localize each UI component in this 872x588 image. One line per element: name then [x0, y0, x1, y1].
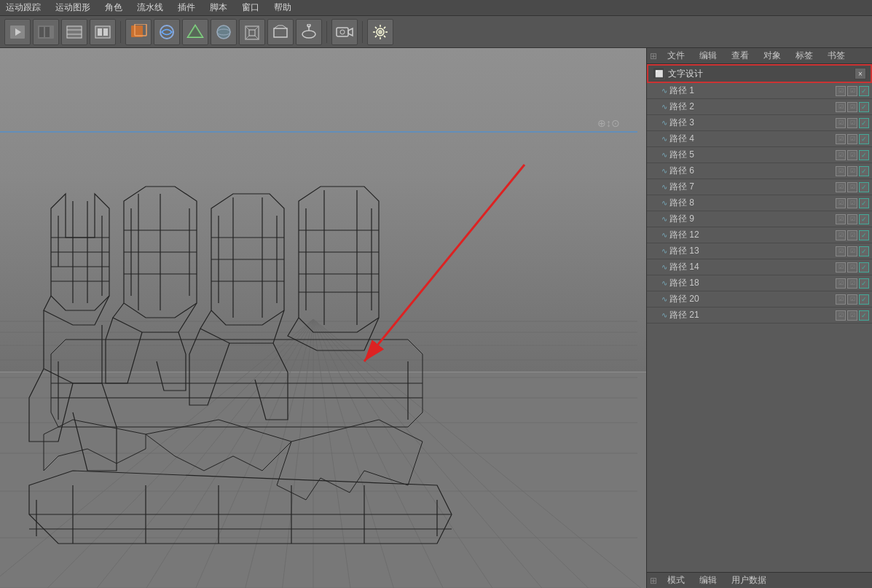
toolbar-btn-obj2[interactable] — [211, 19, 237, 45]
layer-row[interactable]: ∿ 路径 21 ☑ ☑ ✓ — [647, 307, 872, 324]
svg-line-45 — [384, 26, 385, 28]
panel-grid-icon: ⊞ — [650, 51, 657, 61]
bottom-tab-edit[interactable]: 编辑 — [695, 573, 721, 588]
layer-render-check[interactable]: ☑ — [847, 310, 857, 321]
toolbar-btn-film2[interactable] — [61, 19, 87, 45]
layer-render-check[interactable]: ☑ — [847, 134, 857, 144]
toolbar-btn-film1[interactable] — [33, 19, 59, 45]
toolbar-btn-obj3[interactable] — [239, 19, 265, 45]
layer-render-check[interactable]: ☑ — [847, 246, 857, 256]
toolbar-btn-camera[interactable] — [331, 19, 358, 45]
right-tab-object[interactable]: 对象 — [759, 48, 785, 63]
layer-active-check[interactable]: ✓ — [859, 198, 869, 208]
layer-render-check[interactable]: ☑ — [847, 214, 857, 224]
menu-plugin[interactable]: 插件 — [175, 0, 198, 15]
svg-point-38 — [378, 30, 382, 34]
layer-row[interactable]: ∿ 路径 6 ☑ ☑ ✓ — [647, 163, 872, 179]
layer-active-check[interactable]: ✓ — [859, 102, 869, 112]
layer-vis-check[interactable]: ☑ — [836, 262, 846, 273]
layer-render-check[interactable]: ☑ — [847, 198, 857, 208]
layer-row[interactable]: ∿ 路径 1 ☑ ☑ ✓ — [647, 83, 872, 99]
layer-row[interactable]: ∿ 路径 8 ☑ ☑ ✓ — [647, 195, 872, 211]
menu-help[interactable]: 帮助 — [271, 0, 294, 15]
bottom-tab-userdata[interactable]: 用户数据 — [727, 573, 771, 588]
layer-row[interactable]: ∿ 路径 7 ☑ ☑ ✓ — [647, 179, 872, 195]
layer-active-check[interactable]: ✓ — [859, 182, 869, 192]
right-tab-view[interactable]: 查看 — [727, 48, 753, 63]
menu-script[interactable]: 脚本 — [207, 0, 230, 15]
layer-row[interactable]: ∿ 路径 14 ☑ ☑ ✓ — [647, 259, 872, 275]
right-tab-bookmark[interactable]: 书签 — [823, 48, 849, 63]
layer-render-check[interactable]: ☑ — [847, 294, 857, 305]
layer-active-check[interactable]: ✓ — [859, 134, 869, 144]
layer-render-check[interactable]: ☑ — [847, 102, 857, 112]
toolbar-btn-edit[interactable] — [154, 19, 180, 45]
layer-vis-check[interactable]: ☑ — [836, 246, 846, 256]
right-tab-file[interactable]: 文件 — [663, 48, 689, 63]
layer-active-check[interactable]: ✓ — [859, 86, 869, 96]
layer-vis-check[interactable]: ☑ — [836, 198, 846, 208]
layer-active-check[interactable]: ✓ — [859, 166, 869, 176]
layer-row[interactable]: ∿ 路径 12 ☑ ☑ ✓ — [647, 227, 872, 243]
layer-render-check[interactable]: ☑ — [847, 118, 857, 128]
layer-list[interactable]: ∿ 路径 1 ☑ ☑ ✓ ∿ 路径 2 ☑ ☑ ✓ ∿ 路径 3 ☑ ☑ ✓ ∿… — [647, 83, 872, 328]
layer-vis-check[interactable]: ☑ — [836, 86, 846, 96]
layer-render-check[interactable]: ☑ — [847, 182, 857, 192]
toolbar-btn-play[interactable] — [4, 19, 31, 45]
layer-render-check[interactable]: ☑ — [847, 150, 857, 160]
layer-active-check[interactable]: ✓ — [859, 294, 869, 305]
layer-vis-check[interactable]: ☑ — [836, 230, 846, 240]
menu-character[interactable]: 角色 — [102, 0, 125, 15]
layer-vis-check[interactable]: ☑ — [836, 118, 846, 128]
layer-panel-expand-btn[interactable]: × — [855, 68, 866, 79]
grid-canvas: ⊕↕⊙ — [0, 48, 646, 588]
layer-active-check[interactable]: ✓ — [859, 246, 869, 256]
toolbar-btn-obj1[interactable] — [182, 19, 208, 45]
right-tab-tag[interactable]: 标签 — [791, 48, 817, 63]
layer-row[interactable]: ∿ 路径 3 ☑ ☑ ✓ — [647, 115, 872, 131]
toolbar-btn-film3[interactable] — [90, 19, 116, 45]
layer-vis-check[interactable]: ☑ — [836, 166, 846, 176]
toolbar-btn-cube[interactable] — [125, 19, 152, 45]
toolbar-btn-light[interactable] — [367, 19, 393, 45]
menu-motion-tracking[interactable]: 运动跟踪 — [3, 0, 44, 15]
layer-vis-check[interactable]: ☑ — [836, 310, 846, 321]
layer-row[interactable]: ∿ 路径 4 ☑ ☑ ✓ — [647, 131, 872, 147]
menu-motion-graphic[interactable]: 运动图形 — [52, 0, 93, 15]
right-tab-edit[interactable]: 编辑 — [695, 48, 721, 63]
layer-vis-check[interactable]: ☑ — [836, 294, 846, 305]
layer-active-check[interactable]: ✓ — [859, 118, 869, 128]
viewport[interactable]: ⊕↕⊙ — [0, 48, 646, 588]
layer-vis-check[interactable]: ☑ — [836, 150, 846, 160]
layer-render-check[interactable]: ☑ — [847, 166, 857, 176]
toolbar-btn-obj4[interactable] — [267, 19, 294, 45]
svg-rect-5 — [66, 26, 82, 39]
layer-row[interactable]: ∿ 路径 18 ☑ ☑ ✓ — [647, 275, 872, 291]
layer-vis-check[interactable]: ☑ — [836, 134, 846, 144]
layer-row[interactable]: ∿ 路径 13 ☑ ☑ ✓ — [647, 243, 872, 259]
layer-vis-check[interactable]: ☑ — [836, 214, 846, 224]
layer-render-check[interactable]: ☑ — [847, 86, 857, 96]
layer-active-check[interactable]: ✓ — [859, 278, 869, 289]
bottom-panel-grid-icon: ⊞ — [650, 576, 657, 586]
layer-render-check[interactable]: ☑ — [847, 262, 857, 273]
layer-row[interactable]: ∿ 路径 5 ☑ ☑ ✓ — [647, 147, 872, 163]
layer-vis-check[interactable]: ☑ — [836, 182, 846, 192]
layer-row[interactable]: ∿ 路径 9 ☑ ☑ ✓ — [647, 211, 872, 227]
layer-render-check[interactable]: ☑ — [847, 230, 857, 240]
layer-active-check[interactable]: ✓ — [859, 310, 869, 321]
layer-active-check[interactable]: ✓ — [859, 214, 869, 224]
menu-window[interactable]: 窗口 — [239, 0, 262, 15]
bottom-tab-mode[interactable]: 模式 — [663, 573, 689, 588]
layer-render-check[interactable]: ☑ — [847, 278, 857, 289]
layer-vis-check[interactable]: ☑ — [836, 278, 846, 289]
layer-row[interactable]: ∿ 路径 20 ☑ ☑ ✓ — [647, 291, 872, 307]
layer-vis-check[interactable]: ☑ — [836, 102, 846, 112]
layer-path-icon: ∿ — [661, 103, 667, 111]
toolbar-btn-obj5[interactable] — [296, 19, 322, 45]
layer-active-check[interactable]: ✓ — [859, 230, 869, 240]
layer-active-check[interactable]: ✓ — [859, 150, 869, 160]
menu-pipeline[interactable]: 流水线 — [134, 0, 166, 15]
layer-row[interactable]: ∿ 路径 2 ☑ ☑ ✓ — [647, 99, 872, 115]
layer-active-check[interactable]: ✓ — [859, 262, 869, 273]
